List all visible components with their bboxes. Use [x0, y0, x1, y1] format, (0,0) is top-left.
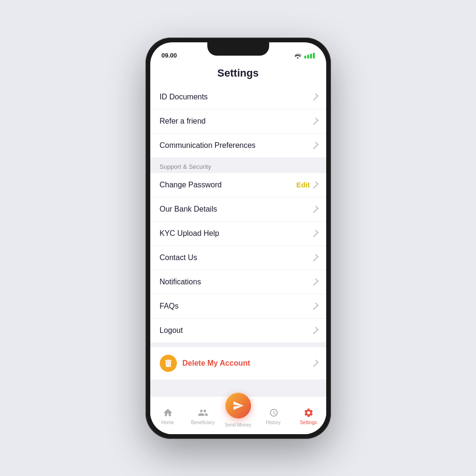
chevron-icon: [311, 278, 319, 286]
history-icon: [268, 408, 279, 418]
send-money-fab[interactable]: [225, 393, 251, 418]
contact-us-right: [313, 254, 317, 261]
menu-item-contact-us[interactable]: Contact Us: [150, 246, 326, 270]
menu-item-notifications[interactable]: Notifications: [150, 270, 326, 294]
chevron-icon: [311, 93, 319, 101]
chevron-icon: [311, 302, 319, 310]
bottom-spacer: [150, 380, 326, 388]
chevron-icon: [311, 205, 319, 213]
bottom-nav: Home Beneficiary Send Money: [150, 396, 326, 434]
chevron-icon: [311, 327, 319, 334]
settings-icon: [303, 408, 314, 418]
content-scroll: ID Documents Refer a friend Communicatio…: [150, 85, 326, 396]
logout-label: Logout: [160, 326, 183, 335]
bank-details-right: [313, 206, 317, 213]
chevron-icon: [311, 181, 319, 189]
chevron-icon: [311, 254, 319, 262]
faqs-right: [313, 303, 317, 310]
wifi-icon: [294, 53, 301, 58]
home-icon: [163, 408, 173, 418]
menu-item-kyc-upload[interactable]: KYC Upload Help: [150, 222, 326, 246]
chevron-icon: [311, 142, 319, 149]
nav-item-history[interactable]: History: [256, 406, 291, 425]
menu-item-bank-details[interactable]: Our Bank Details: [150, 197, 326, 222]
spacer: [150, 343, 326, 347]
home-label: Home: [161, 420, 174, 425]
delete-icon-circle: [160, 355, 177, 372]
menu-item-logout[interactable]: Logout: [150, 319, 326, 342]
kyc-upload-right: [313, 230, 317, 237]
nav-item-beneficiary[interactable]: Beneficiary: [185, 406, 221, 425]
send-icon: [233, 400, 244, 411]
logout-right: [313, 327, 317, 334]
menu-item-change-password[interactable]: Change Password Edit: [150, 173, 326, 197]
trash-icon: [164, 359, 173, 368]
phone-screen: 09.00 Settings: [150, 42, 326, 434]
beneficiary-icon: [198, 408, 208, 418]
status-time: 09.00: [162, 52, 177, 59]
page-title: Settings: [150, 63, 326, 85]
battery-icon: [304, 53, 315, 58]
contact-us-label: Contact Us: [160, 253, 197, 262]
chevron-icon: [311, 230, 319, 237]
change-password-label: Change Password: [160, 181, 222, 189]
status-icons: [294, 53, 315, 58]
delete-right: [313, 360, 317, 367]
notifications-label: Notifications: [160, 278, 201, 286]
menu-item-communication-prefs[interactable]: Communication Preferences: [150, 134, 326, 157]
nav-item-settings[interactable]: Settings: [291, 406, 326, 425]
edit-label[interactable]: Edit: [296, 181, 310, 189]
delete-account-label: Delete My Account: [183, 359, 251, 368]
id-documents-right: [313, 94, 317, 100]
kyc-upload-label: KYC Upload Help: [160, 229, 219, 238]
bank-details-label: Our Bank Details: [160, 205, 217, 214]
menu-item-id-documents[interactable]: ID Documents: [150, 85, 326, 109]
support-section: Change Password Edit Our Bank Details KY…: [150, 173, 326, 342]
change-password-right: Edit: [296, 181, 316, 189]
phone-frame: 09.00 Settings: [146, 38, 331, 439]
beneficiary-label: Beneficiary: [191, 420, 214, 425]
delete-item-left: Delete My Account: [160, 355, 251, 372]
delete-section: Delete My Account: [150, 347, 326, 379]
notifications-right: [313, 279, 317, 285]
menu-item-faqs[interactable]: FAQs: [150, 294, 326, 319]
history-label: History: [266, 420, 281, 425]
send-money-label: Send Money: [224, 422, 251, 427]
notch: [207, 42, 269, 56]
menu-item-refer-friend[interactable]: Refer a friend: [150, 109, 326, 134]
faqs-label: FAQs: [160, 302, 179, 311]
communication-prefs-right: [313, 142, 317, 149]
support-section-label: Support & Security: [150, 158, 326, 173]
refer-friend-right: [313, 118, 317, 125]
settings-label: Settings: [300, 420, 317, 425]
id-documents-label: ID Documents: [160, 93, 208, 101]
refer-friend-label: Refer a friend: [160, 117, 206, 126]
chevron-icon: [311, 359, 319, 367]
top-section: ID Documents Refer a friend Communicatio…: [150, 85, 326, 157]
communication-prefs-label: Communication Preferences: [160, 141, 256, 150]
chevron-icon: [311, 117, 319, 125]
nav-item-send-money[interactable]: Send Money: [221, 403, 256, 427]
menu-item-delete-account[interactable]: Delete My Account: [150, 347, 326, 379]
nav-item-home[interactable]: Home: [150, 406, 185, 425]
